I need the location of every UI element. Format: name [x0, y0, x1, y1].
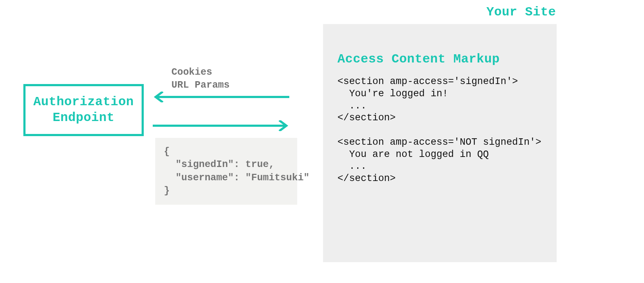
request-label-cookies: Cookies: [171, 67, 212, 78]
authorization-endpoint-text: Authorization Endpoint: [33, 94, 134, 126]
arrow-left-icon: [153, 92, 289, 102]
auth-line-2: Endpoint: [52, 111, 114, 125]
request-label-url-params: URL Params: [171, 80, 230, 91]
authorization-endpoint-box: Authorization Endpoint: [23, 84, 144, 136]
response-json-box: { "signedIn": true, "username": "Fumitsu…: [155, 138, 297, 205]
arrow-right-icon: [153, 120, 289, 131]
panel-heading: Access Content Markup: [337, 52, 542, 66]
auth-line-1: Authorization: [33, 95, 134, 109]
request-labels: Cookies URL Params: [171, 66, 230, 92]
access-content-markup-code: <section amp-access='signedIn'> You're l…: [337, 76, 542, 185]
your-site-panel: Access Content Markup <section amp-acces…: [323, 24, 557, 262]
your-site-label: Your Site: [486, 5, 556, 19]
